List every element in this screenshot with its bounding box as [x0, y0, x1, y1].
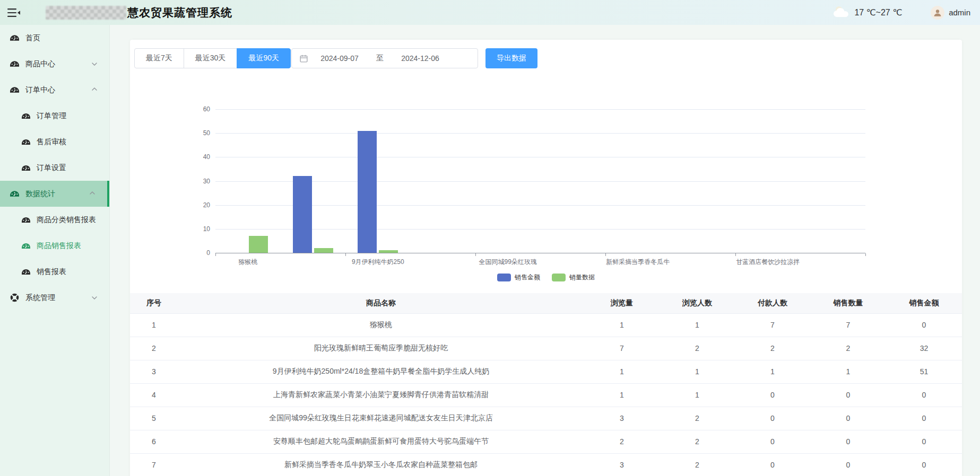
legend-item-销量数据[interactable]: 销量数据: [552, 273, 595, 282]
x-axis-tick: [215, 253, 216, 256]
gridline-60: [215, 109, 865, 110]
sidebar-item-4[interactable]: 售后审核: [0, 129, 109, 155]
username: admin: [949, 8, 970, 17]
range-button-最近90天[interactable]: 最近90天: [237, 48, 291, 68]
table-cell: 7: [810, 313, 886, 337]
table-row: 1猕猴桃11770: [130, 313, 962, 337]
table-cell: 0: [810, 383, 886, 407]
table-header-row: 序号商品名称浏览量浏览人数付款人数销售数量销售金额: [130, 293, 962, 313]
gridline-20: [215, 205, 865, 206]
chevron-up-icon: [89, 190, 96, 197]
sidebar-item-label: 订单设置: [37, 163, 66, 173]
sidebar-item-7[interactable]: 商品分类销售报表: [0, 207, 109, 233]
sidebar-item-5[interactable]: 订单设置: [0, 155, 109, 181]
table-cell: 1: [584, 383, 660, 407]
avatar: [931, 6, 944, 20]
sidebar-item-1[interactable]: 商品中心: [0, 51, 109, 77]
table-cell: 1: [584, 360, 660, 383]
sidebar-item-8[interactable]: 商品销售报表: [0, 233, 109, 259]
bar-销售金额-2: [358, 131, 377, 253]
legend-swatch: [552, 274, 566, 281]
sidebar-item-2[interactable]: 订单中心: [0, 77, 109, 103]
sidebar-item-label: 售后审核: [37, 137, 66, 147]
y-axis-tick-label: 40: [189, 153, 210, 161]
x-axis-category-label: 9月伊利纯牛奶250: [352, 258, 404, 267]
weather-cloud-icon: [832, 5, 850, 20]
x-axis-category-label: 全国同城99朵红玫瑰: [479, 258, 537, 267]
table-row: 39月伊利纯牛奶250ml*24/18盒整箱牛奶早餐全脂牛奶学生成人纯奶1111…: [130, 360, 962, 383]
dashboard-icon: [10, 189, 19, 198]
product-sales-table: 序号商品名称浏览量浏览人数付款人数销售数量销售金额 1猕猴桃117702阳光玫瑰…: [130, 293, 962, 476]
y-axis-tick-label: 50: [189, 129, 210, 137]
sidebar-item-9[interactable]: 销售报表: [0, 259, 109, 285]
sidebar-item-label: 商品分类销售报表: [37, 215, 96, 225]
table-cell: 51: [886, 360, 962, 383]
table-cell: 2: [584, 430, 660, 453]
column-header-商品名称: 商品名称: [178, 293, 584, 313]
chart-plot-area: 0102030405060猕猴桃9月伊利纯牛奶250全国同城99朵红玫瑰新鲜采摘…: [215, 109, 865, 253]
x-axis-tick: [865, 253, 866, 256]
table-cell: 0: [886, 313, 962, 337]
sidebar-item-3[interactable]: 订单管理: [0, 103, 109, 129]
table-row: 7新鲜采摘当季香冬瓜牛奶翠玉小冬瓜农家自种蔬菜整箱包邮32000: [130, 453, 962, 476]
bar-销量数据-0: [249, 236, 268, 253]
table-cell: 上海青新鲜农家蔬菜小青菜小油菜宁夏矮脚青仔供港青苗软糯清甜: [178, 383, 584, 407]
table-cell: 0: [886, 453, 962, 476]
legend-item-销售金额[interactable]: 销售金额: [497, 273, 540, 282]
table-cell: 3: [584, 407, 660, 430]
table-cell: 0: [886, 430, 962, 453]
y-axis-tick-label: 0: [189, 249, 210, 257]
dashboard-icon: [22, 164, 30, 172]
page-title: 慧农贸果蔬管理系统: [127, 5, 232, 20]
table-cell: 0: [886, 383, 962, 407]
column-header-序号: 序号: [130, 293, 178, 313]
bar-销量数据-1: [314, 248, 333, 253]
table-row: 4上海青新鲜农家蔬菜小青菜小油菜宁夏矮脚青仔供港青苗软糯清甜11000: [130, 383, 962, 407]
table-cell: 7: [735, 313, 810, 337]
legend-swatch: [497, 274, 511, 281]
dashboard-icon: [22, 242, 30, 250]
table-cell: 2: [660, 407, 735, 430]
y-axis-tick-label: 10: [189, 225, 210, 233]
table-cell: 1: [130, 313, 178, 337]
table-cell: 2: [660, 337, 735, 360]
content-card: 最近7天最近30天最近90天 2024-09-07 至 2024-12-06 导…: [130, 40, 962, 476]
column-header-销售金额: 销售金额: [886, 293, 962, 313]
dashboard-icon: [10, 59, 19, 68]
table-cell: 安尊顺丰包邮超大鸵鸟蛋鸸鹋蛋新鲜可食用蛋特大号驼鸟蛋端午节: [178, 430, 584, 453]
settings-icon: [10, 293, 19, 302]
sidebar-item-label: 商品销售报表: [37, 241, 81, 251]
table-cell: 0: [735, 383, 810, 407]
chevron-down-icon: [91, 60, 98, 67]
user-menu[interactable]: admin: [931, 6, 970, 20]
table-cell: 0: [810, 453, 886, 476]
table-cell: 0: [735, 453, 810, 476]
bar-销售金额-1: [293, 176, 312, 253]
table-cell: 6: [130, 430, 178, 453]
table-cell: 2: [660, 453, 735, 476]
chevron-down-icon: [91, 294, 98, 301]
table-cell: 1: [584, 313, 660, 337]
dashboard-icon: [10, 33, 19, 42]
table-cell: 0: [810, 430, 886, 453]
x-axis-tick: [345, 253, 346, 256]
sidebar-item-label: 首页: [25, 33, 40, 43]
dashboard-icon: [22, 268, 30, 276]
table-cell: 9月伊利纯牛奶250ml*24/18盒整箱牛奶早餐全脂牛奶学生成人纯奶: [178, 360, 584, 383]
sidebar-item-0[interactable]: 首页: [0, 25, 109, 51]
table-row: 5全国同城99朵红玫瑰生日花束鲜花速递同城配送女友生日天津北京店32000: [130, 407, 962, 430]
sidebar-item-6[interactable]: 数据统计: [0, 181, 109, 207]
sales-bar-chart: 0102030405060猕猴桃9月伊利纯牛奶250全国同城99朵红玫瑰新鲜采摘…: [130, 40, 962, 289]
table-cell: 1: [660, 383, 735, 407]
table-cell: 2: [735, 337, 810, 360]
column-header-销售数量: 销售数量: [810, 293, 886, 313]
collapse-menu-icon[interactable]: [7, 6, 20, 19]
sidebar-item-10[interactable]: 系统管理: [0, 285, 109, 311]
sidebar-item-label: 订单管理: [37, 111, 66, 121]
x-axis-tick: [735, 253, 736, 256]
table-cell: 1: [735, 360, 810, 383]
gridline-50: [215, 133, 865, 134]
sidebar-item-label: 系统管理: [25, 293, 55, 303]
table-cell: 0: [735, 430, 810, 453]
dashboard-icon: [10, 85, 19, 94]
